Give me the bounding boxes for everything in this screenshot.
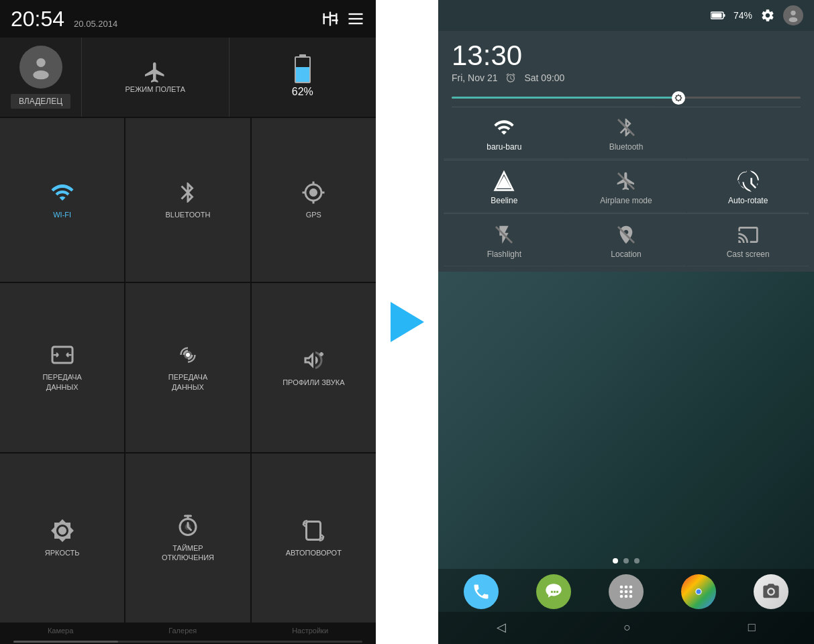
svg-point-37 (625, 595, 628, 598)
recents-button[interactable]: □ (748, 621, 756, 635)
qs-bluetooth-label: BLUETOOTH (165, 210, 210, 219)
svg-rect-6 (349, 13, 363, 15)
shade-cast-icon (737, 224, 759, 246)
dock-row (438, 569, 814, 612)
shade-qs-grid: baru-baru Bluetooth Beelin (438, 107, 814, 272)
shade-qs-wifi[interactable]: baru-baru (444, 107, 565, 159)
svg-rect-21 (711, 13, 721, 18)
bluetooth-icon (176, 180, 200, 205)
shade-qs-flashlight[interactable]: Flashlight (444, 215, 565, 266)
bottom-nav-camera: Камера (48, 627, 73, 635)
shade-qs-airplane[interactable]: Airplane mode (566, 161, 687, 213)
shade-qs-beeline[interactable]: Beeline (444, 161, 565, 213)
shade-qs-autorotate[interactable]: Auto-rotate (687, 161, 809, 213)
left-scrollbar[interactable] (0, 639, 376, 644)
equalizer-icon (321, 9, 340, 28)
qs-autorotate[interactable]: АВТОПОВОРОТ (252, 453, 376, 623)
sound-icon (301, 348, 325, 372)
shade-bluetooth-off-icon (615, 117, 637, 138)
bottom-nav-settings: Настройки (292, 627, 328, 635)
page-dot-2 (623, 558, 629, 564)
user-avatar[interactable] (783, 5, 803, 25)
shade-wifi-icon (493, 117, 515, 138)
dock-camera[interactable] (754, 574, 788, 609)
svg-point-23 (789, 17, 798, 22)
shade-qs-empty1 (687, 107, 809, 159)
camera-icon (762, 582, 780, 601)
qs-data1[interactable]: ПЕРЕДАЧАДАННЫХ (0, 283, 124, 452)
svg-rect-3 (329, 15, 336, 16)
qs-data2[interactable]: ПЕРЕДАЧАДАННЫХ (125, 283, 250, 452)
nav-bar: ◁ ○ □ (438, 612, 814, 644)
profile-section[interactable]: ВЛАДЕЛЕЦ (0, 38, 81, 117)
battery-percent: 62% (292, 86, 313, 98)
qs-sound[interactable]: ПРОФИЛИ ЗВУКА (252, 283, 376, 452)
brightness-sun-icon (674, 94, 682, 102)
right-battery-percent: 74% (733, 10, 752, 21)
bottom-area: ◁ ○ □ (438, 553, 814, 644)
svg-point-22 (791, 11, 795, 15)
svg-rect-0 (323, 13, 325, 24)
scrollbar-track (13, 641, 362, 643)
left-status-bar: 20:54 20.05.2014 (0, 0, 376, 38)
page-dot-1 (613, 558, 618, 564)
flight-mode-cell[interactable]: РЕЖИМ ПОЛЕТА (81, 38, 228, 117)
scrollbar-thumb (13, 641, 118, 643)
svg-point-33 (620, 590, 623, 594)
shade-qs-location[interactable]: Location (566, 215, 687, 266)
dock-launcher[interactable] (609, 574, 644, 609)
shade-qs-cast[interactable]: Cast screen (687, 215, 809, 266)
data-transfer-icon (50, 343, 74, 367)
alarm-icon (505, 72, 516, 83)
shade-wifi-label: baru-baru (487, 142, 521, 152)
shade-autorotate-icon (737, 170, 759, 192)
dock-hangouts[interactable] (536, 574, 571, 609)
svg-point-38 (629, 595, 633, 598)
shade-location-off-icon (615, 224, 637, 246)
page-dot-3 (634, 558, 640, 564)
shade-autorotate-label: Auto-rotate (728, 196, 768, 205)
hangouts-icon (544, 582, 563, 601)
owner-label: ВЛАДЕЛЕЦ (11, 94, 70, 109)
left-qs-grid: WI-FI BLUETOOTH GPS ПЕРЕДАЧАДАННЫХ (0, 118, 376, 623)
svg-point-9 (36, 58, 45, 67)
left-header: ВЛАДЕЛЕЦ РЕЖИМ ПОЛЕТА 62% (0, 38, 376, 118)
shade-qs-bluetooth[interactable]: Bluetooth (566, 107, 687, 159)
svg-rect-18 (307, 521, 321, 539)
qs-bluetooth[interactable]: BLUETOOTH (125, 118, 250, 282)
qs-brightness[interactable]: ЯРКОСТЬ (0, 453, 124, 623)
avatar (19, 46, 62, 89)
brightness-slider[interactable] (452, 97, 801, 99)
right-panel: 74% 13:30 Fri, Nov 21 Sat 09:00 (438, 0, 814, 644)
qs-sound-label: ПРОФИЛИ ЗВУКА (283, 378, 344, 387)
battery-icon (295, 56, 311, 83)
shade-date-row: Fri, Nov 21 Sat 09:00 (452, 72, 801, 83)
bottom-nav-left: Камера Галерея Настройки (0, 623, 376, 639)
qs-gps[interactable]: GPS (252, 118, 376, 282)
dock-phone[interactable] (464, 574, 499, 609)
qs-data1-label: ПЕРЕДАЧАДАННЫХ (42, 372, 82, 392)
qs-wifi-label: WI-FI (53, 210, 71, 219)
shade-row-divider2 (444, 213, 809, 214)
svg-point-40 (697, 590, 701, 594)
flight-mode-label: РЕЖИМ ПОЛЕТА (125, 85, 186, 94)
arrow-container (376, 0, 438, 644)
battery-status-icon (711, 11, 725, 19)
shade-airplane-off-icon (615, 170, 637, 192)
dock-chrome[interactable] (681, 574, 716, 609)
shade-time: 13:30 (452, 42, 801, 70)
home-button[interactable]: ○ (623, 621, 631, 635)
settings-icon[interactable] (760, 8, 775, 23)
qs-autorotate-label: АВТОПОВОРОТ (286, 548, 342, 557)
svg-rect-5 (332, 19, 338, 21)
shade-date: Fri, Nov 21 (452, 72, 497, 83)
shade-alarm: Sat 09:00 (524, 72, 564, 83)
qs-wifi[interactable]: WI-FI (0, 118, 124, 282)
avatar-icon (786, 8, 801, 23)
qs-gps-label: GPS (306, 210, 321, 219)
qs-timer[interactable]: ТАЙМЕРОТКЛЮЧЕНИЯ (125, 453, 250, 623)
phone-icon (472, 582, 491, 601)
qs-timer-label: ТАЙМЕРОТКЛЮЧЕНИЯ (162, 543, 214, 563)
back-button[interactable]: ◁ (497, 620, 506, 635)
bottom-nav-gallery: Галерея (168, 627, 197, 635)
